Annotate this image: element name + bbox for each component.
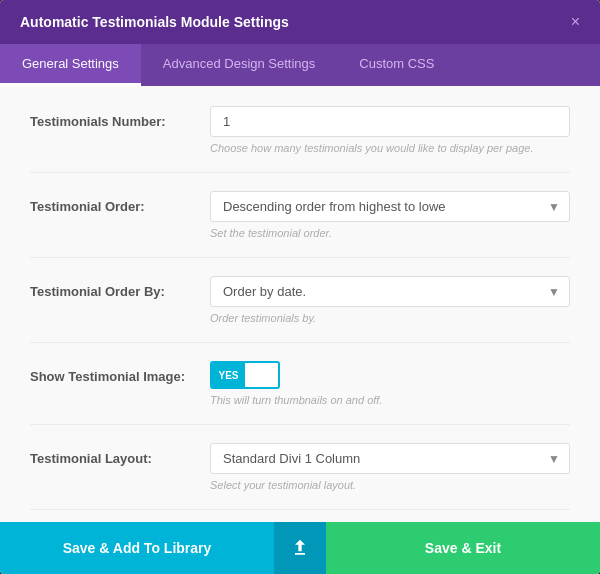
tab-bar: General Settings Advanced Design Setting…: [0, 44, 600, 86]
select-wrapper-order: Descending order from highest to lowe As…: [210, 191, 570, 222]
field-testimonial-order-by: Testimonial Order By: Order by date. Ord…: [30, 276, 570, 343]
upload-icon-button[interactable]: [274, 522, 326, 574]
content-testimonials-number: Choose how many testimonials you would l…: [210, 106, 570, 154]
content-testimonial-order-by: Order by date. Order by title. Order by …: [210, 276, 570, 324]
tab-advanced-design[interactable]: Advanced Design Settings: [141, 44, 337, 86]
select-testimonial-layout[interactable]: Standard Divi 1 Column Standard Divi 2 C…: [210, 443, 570, 474]
modal-container: Automatic Testimonials Module Settings ×…: [0, 0, 600, 574]
label-show-testimonial-image: Show Testimonial Image:: [30, 361, 210, 384]
save-exit-button[interactable]: Save & Exit: [326, 522, 600, 574]
toggle-wrapper: YES: [210, 361, 570, 389]
content-testimonial-order: Descending order from highest to lowe As…: [210, 191, 570, 239]
modal-body: Testimonials Number: Choose how many tes…: [0, 86, 600, 522]
upload-icon: [290, 538, 310, 558]
toggle-show-image[interactable]: YES: [210, 361, 280, 389]
field-testimonials-number: Testimonials Number: Choose how many tes…: [30, 106, 570, 173]
tab-custom-css[interactable]: Custom CSS: [337, 44, 456, 86]
select-wrapper-order-by: Order by date. Order by title. Order by …: [210, 276, 570, 307]
select-wrapper-layout: Standard Divi 1 Column Standard Divi 2 C…: [210, 443, 570, 474]
label-testimonial-order: Testimonial Order:: [30, 191, 210, 214]
hint-testimonial-layout: Select your testimonial layout.: [210, 479, 570, 491]
label-testimonial-layout: Testimonial Layout:: [30, 443, 210, 466]
modal-header: Automatic Testimonials Module Settings ×: [0, 0, 600, 44]
label-testimonial-order-by: Testimonial Order By:: [30, 276, 210, 299]
label-testimonials-number: Testimonials Number:: [30, 106, 210, 129]
content-testimonial-layout: Standard Divi 1 Column Standard Divi 2 C…: [210, 443, 570, 491]
hint-show-testimonial-image: This will turn thumbnails on and off.: [210, 394, 570, 406]
select-testimonial-order-by[interactable]: Order by date. Order by title. Order by …: [210, 276, 570, 307]
field-testimonial-order: Testimonial Order: Descending order from…: [30, 191, 570, 258]
hint-testimonial-order-by: Order testimonials by.: [210, 312, 570, 324]
field-testimonial-layout: Testimonial Layout: Standard Divi 1 Colu…: [30, 443, 570, 510]
modal-title: Automatic Testimonials Module Settings: [20, 14, 289, 30]
modal-footer: Save & Add To Library Save & Exit: [0, 522, 600, 574]
tab-general-settings[interactable]: General Settings: [0, 44, 141, 86]
hint-testimonial-order: Set the testimonial order.: [210, 227, 570, 239]
save-add-to-library-button[interactable]: Save & Add To Library: [0, 522, 274, 574]
hint-testimonials-number: Choose how many testimonials you would l…: [210, 142, 570, 154]
select-testimonial-order[interactable]: Descending order from highest to lowe As…: [210, 191, 570, 222]
field-show-testimonial-image: Show Testimonial Image: YES This will tu…: [30, 361, 570, 425]
content-show-testimonial-image: YES This will turn thumbnails on and off…: [210, 361, 570, 406]
toggle-thumb: [245, 363, 278, 387]
toggle-yes-label: YES: [212, 363, 245, 387]
input-testimonials-number[interactable]: [210, 106, 570, 137]
close-button[interactable]: ×: [571, 14, 580, 30]
